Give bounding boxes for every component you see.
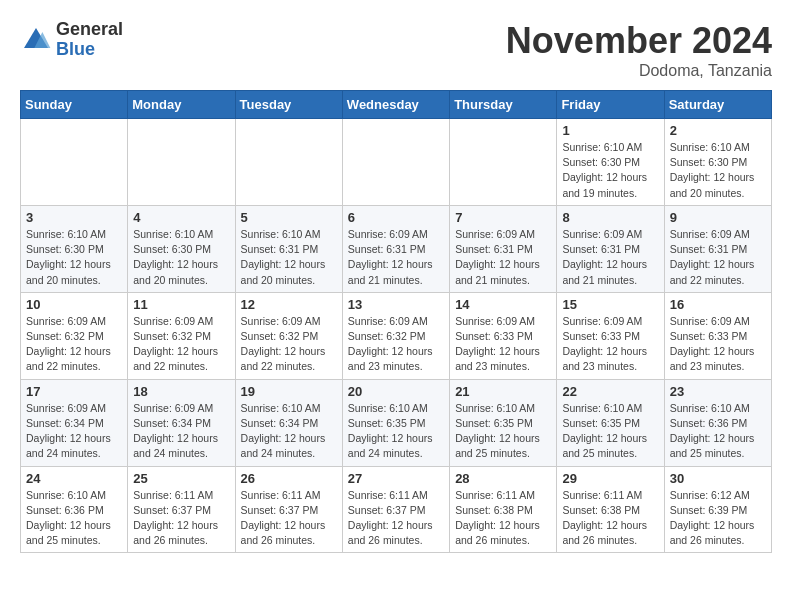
day-info: Sunrise: 6:11 AM Sunset: 6:37 PM Dayligh… <box>241 488 337 549</box>
day-cell-27: 27Sunrise: 6:11 AM Sunset: 6:37 PM Dayli… <box>342 466 449 553</box>
day-number: 16 <box>670 297 766 312</box>
day-info: Sunrise: 6:09 AM Sunset: 6:32 PM Dayligh… <box>133 314 229 375</box>
day-cell-26: 26Sunrise: 6:11 AM Sunset: 6:37 PM Dayli… <box>235 466 342 553</box>
day-cell-9: 9Sunrise: 6:09 AM Sunset: 6:31 PM Daylig… <box>664 205 771 292</box>
day-number: 19 <box>241 384 337 399</box>
day-header-tuesday: Tuesday <box>235 91 342 119</box>
day-cell-8: 8Sunrise: 6:09 AM Sunset: 6:31 PM Daylig… <box>557 205 664 292</box>
day-info: Sunrise: 6:10 AM Sunset: 6:31 PM Dayligh… <box>241 227 337 288</box>
empty-cell <box>128 119 235 206</box>
day-info: Sunrise: 6:11 AM Sunset: 6:38 PM Dayligh… <box>455 488 551 549</box>
day-cell-11: 11Sunrise: 6:09 AM Sunset: 6:32 PM Dayli… <box>128 292 235 379</box>
day-cell-13: 13Sunrise: 6:09 AM Sunset: 6:32 PM Dayli… <box>342 292 449 379</box>
day-number: 26 <box>241 471 337 486</box>
day-cell-28: 28Sunrise: 6:11 AM Sunset: 6:38 PM Dayli… <box>450 466 557 553</box>
day-info: Sunrise: 6:09 AM Sunset: 6:33 PM Dayligh… <box>670 314 766 375</box>
day-number: 18 <box>133 384 229 399</box>
empty-cell <box>450 119 557 206</box>
day-info: Sunrise: 6:10 AM Sunset: 6:36 PM Dayligh… <box>670 401 766 462</box>
day-headers-row: SundayMondayTuesdayWednesdayThursdayFrid… <box>21 91 772 119</box>
day-number: 2 <box>670 123 766 138</box>
day-info: Sunrise: 6:09 AM Sunset: 6:32 PM Dayligh… <box>26 314 122 375</box>
day-cell-12: 12Sunrise: 6:09 AM Sunset: 6:32 PM Dayli… <box>235 292 342 379</box>
empty-cell <box>21 119 128 206</box>
day-number: 10 <box>26 297 122 312</box>
day-number: 14 <box>455 297 551 312</box>
day-cell-23: 23Sunrise: 6:10 AM Sunset: 6:36 PM Dayli… <box>664 379 771 466</box>
empty-cell <box>235 119 342 206</box>
day-number: 12 <box>241 297 337 312</box>
day-cell-17: 17Sunrise: 6:09 AM Sunset: 6:34 PM Dayli… <box>21 379 128 466</box>
day-number: 9 <box>670 210 766 225</box>
day-cell-3: 3Sunrise: 6:10 AM Sunset: 6:30 PM Daylig… <box>21 205 128 292</box>
logo-text: General Blue <box>56 20 123 60</box>
day-number: 13 <box>348 297 444 312</box>
day-header-thursday: Thursday <box>450 91 557 119</box>
day-info: Sunrise: 6:09 AM Sunset: 6:32 PM Dayligh… <box>241 314 337 375</box>
day-number: 17 <box>26 384 122 399</box>
day-cell-2: 2Sunrise: 6:10 AM Sunset: 6:30 PM Daylig… <box>664 119 771 206</box>
logo-general-text: General <box>56 20 123 40</box>
month-title: November 2024 <box>506 20 772 62</box>
day-number: 8 <box>562 210 658 225</box>
day-header-sunday: Sunday <box>21 91 128 119</box>
day-number: 30 <box>670 471 766 486</box>
day-info: Sunrise: 6:09 AM Sunset: 6:33 PM Dayligh… <box>562 314 658 375</box>
day-info: Sunrise: 6:09 AM Sunset: 6:31 PM Dayligh… <box>348 227 444 288</box>
day-cell-1: 1Sunrise: 6:10 AM Sunset: 6:30 PM Daylig… <box>557 119 664 206</box>
day-info: Sunrise: 6:09 AM Sunset: 6:31 PM Dayligh… <box>455 227 551 288</box>
calendar-header: SundayMondayTuesdayWednesdayThursdayFrid… <box>21 91 772 119</box>
day-info: Sunrise: 6:09 AM Sunset: 6:34 PM Dayligh… <box>26 401 122 462</box>
day-cell-30: 30Sunrise: 6:12 AM Sunset: 6:39 PM Dayli… <box>664 466 771 553</box>
day-cell-19: 19Sunrise: 6:10 AM Sunset: 6:34 PM Dayli… <box>235 379 342 466</box>
week-row-4: 17Sunrise: 6:09 AM Sunset: 6:34 PM Dayli… <box>21 379 772 466</box>
day-info: Sunrise: 6:10 AM Sunset: 6:35 PM Dayligh… <box>562 401 658 462</box>
day-number: 28 <box>455 471 551 486</box>
page-header: General Blue November 2024 Dodoma, Tanza… <box>20 20 772 80</box>
day-cell-5: 5Sunrise: 6:10 AM Sunset: 6:31 PM Daylig… <box>235 205 342 292</box>
day-info: Sunrise: 6:10 AM Sunset: 6:36 PM Dayligh… <box>26 488 122 549</box>
day-number: 22 <box>562 384 658 399</box>
day-cell-7: 7Sunrise: 6:09 AM Sunset: 6:31 PM Daylig… <box>450 205 557 292</box>
day-number: 5 <box>241 210 337 225</box>
day-info: Sunrise: 6:09 AM Sunset: 6:33 PM Dayligh… <box>455 314 551 375</box>
day-info: Sunrise: 6:10 AM Sunset: 6:30 PM Dayligh… <box>562 140 658 201</box>
day-number: 23 <box>670 384 766 399</box>
day-number: 21 <box>455 384 551 399</box>
day-info: Sunrise: 6:10 AM Sunset: 6:35 PM Dayligh… <box>455 401 551 462</box>
calendar-table: SundayMondayTuesdayWednesdayThursdayFrid… <box>20 90 772 553</box>
day-cell-22: 22Sunrise: 6:10 AM Sunset: 6:35 PM Dayli… <box>557 379 664 466</box>
week-row-3: 10Sunrise: 6:09 AM Sunset: 6:32 PM Dayli… <box>21 292 772 379</box>
day-info: Sunrise: 6:10 AM Sunset: 6:30 PM Dayligh… <box>133 227 229 288</box>
day-cell-10: 10Sunrise: 6:09 AM Sunset: 6:32 PM Dayli… <box>21 292 128 379</box>
location-text: Dodoma, Tanzania <box>506 62 772 80</box>
logo: General Blue <box>20 20 123 60</box>
day-info: Sunrise: 6:11 AM Sunset: 6:38 PM Dayligh… <box>562 488 658 549</box>
day-cell-4: 4Sunrise: 6:10 AM Sunset: 6:30 PM Daylig… <box>128 205 235 292</box>
logo-blue-text: Blue <box>56 40 123 60</box>
day-number: 20 <box>348 384 444 399</box>
day-info: Sunrise: 6:09 AM Sunset: 6:31 PM Dayligh… <box>562 227 658 288</box>
day-info: Sunrise: 6:10 AM Sunset: 6:30 PM Dayligh… <box>670 140 766 201</box>
day-cell-20: 20Sunrise: 6:10 AM Sunset: 6:35 PM Dayli… <box>342 379 449 466</box>
day-cell-21: 21Sunrise: 6:10 AM Sunset: 6:35 PM Dayli… <box>450 379 557 466</box>
day-number: 25 <box>133 471 229 486</box>
day-cell-15: 15Sunrise: 6:09 AM Sunset: 6:33 PM Dayli… <box>557 292 664 379</box>
day-info: Sunrise: 6:09 AM Sunset: 6:34 PM Dayligh… <box>133 401 229 462</box>
day-header-friday: Friday <box>557 91 664 119</box>
week-row-1: 1Sunrise: 6:10 AM Sunset: 6:30 PM Daylig… <box>21 119 772 206</box>
day-info: Sunrise: 6:10 AM Sunset: 6:35 PM Dayligh… <box>348 401 444 462</box>
week-row-2: 3Sunrise: 6:10 AM Sunset: 6:30 PM Daylig… <box>21 205 772 292</box>
empty-cell <box>342 119 449 206</box>
day-number: 1 <box>562 123 658 138</box>
day-header-wednesday: Wednesday <box>342 91 449 119</box>
day-cell-18: 18Sunrise: 6:09 AM Sunset: 6:34 PM Dayli… <box>128 379 235 466</box>
day-info: Sunrise: 6:09 AM Sunset: 6:32 PM Dayligh… <box>348 314 444 375</box>
day-cell-29: 29Sunrise: 6:11 AM Sunset: 6:38 PM Dayli… <box>557 466 664 553</box>
day-info: Sunrise: 6:12 AM Sunset: 6:39 PM Dayligh… <box>670 488 766 549</box>
week-row-5: 24Sunrise: 6:10 AM Sunset: 6:36 PM Dayli… <box>21 466 772 553</box>
day-number: 27 <box>348 471 444 486</box>
calendar-body: 1Sunrise: 6:10 AM Sunset: 6:30 PM Daylig… <box>21 119 772 553</box>
day-number: 24 <box>26 471 122 486</box>
day-cell-24: 24Sunrise: 6:10 AM Sunset: 6:36 PM Dayli… <box>21 466 128 553</box>
